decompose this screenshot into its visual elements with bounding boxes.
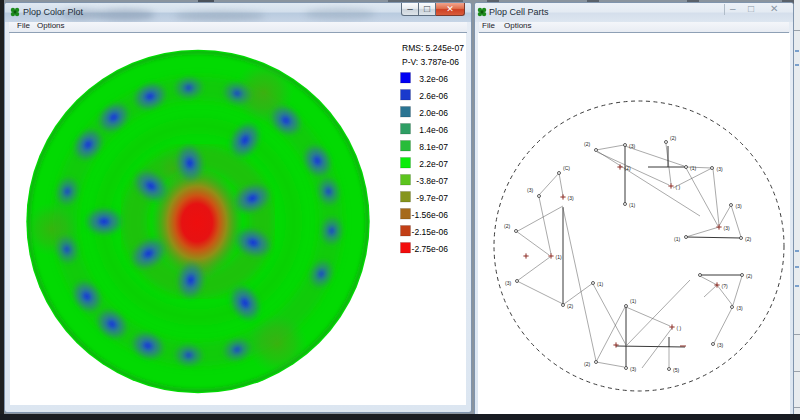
- svg-text:(2): (2): [567, 303, 573, 309]
- svg-text:(2): (2): [584, 361, 590, 367]
- svg-text:P-V: 3.787e-06: P-V: 3.787e-06: [402, 57, 459, 67]
- svg-text:(3): (3): [724, 225, 730, 231]
- svg-text:(3): (3): [568, 195, 574, 201]
- svg-text:(C): (C): [563, 165, 570, 171]
- svg-text:(3): (3): [737, 305, 743, 311]
- svg-text:(3): (3): [527, 187, 533, 193]
- svg-text:3.2e-06: 3.2e-06: [419, 74, 448, 84]
- svg-text:-2.15e-06: -2.15e-06: [412, 227, 449, 237]
- svg-text:8.1e-07: 8.1e-07: [419, 142, 448, 152]
- svg-text:(3): (3): [717, 166, 723, 172]
- svg-text:1.4e-06: 1.4e-06: [419, 125, 448, 135]
- svg-text:(1): (1): [690, 165, 696, 171]
- svg-text:-9.7e-07: -9.7e-07: [416, 193, 448, 203]
- svg-text:(1): (1): [630, 298, 636, 304]
- svg-text:RMS: 5.245e-07: RMS: 5.245e-07: [402, 43, 464, 53]
- svg-text:(3): (3): [630, 366, 636, 372]
- svg-text:(3): (3): [505, 280, 511, 286]
- svg-text:(3): (3): [736, 203, 742, 209]
- svg-text:2.0e-06: 2.0e-06: [419, 108, 448, 118]
- svg-text:2.2e-07: 2.2e-07: [419, 159, 448, 169]
- svg-text:-3.8e-07: -3.8e-07: [416, 176, 448, 186]
- svg-text:(3): (3): [629, 143, 635, 149]
- svg-text:(2): (2): [625, 165, 631, 171]
- svg-text:(5): (5): [673, 367, 679, 373]
- svg-text:(2): (2): [746, 273, 752, 279]
- svg-text:-1.56e-06: -1.56e-06: [412, 210, 449, 220]
- svg-text:(2): (2): [504, 223, 510, 229]
- svg-text:( ): ( ): [676, 184, 681, 190]
- svg-text:(1): (1): [674, 236, 680, 242]
- svg-text:(1): (1): [556, 254, 562, 260]
- svg-text:2.6e-06: 2.6e-06: [419, 91, 448, 101]
- svg-text:(2): (2): [745, 236, 751, 242]
- svg-text:( ): ( ): [677, 325, 682, 331]
- svg-text:(2): (2): [670, 135, 676, 141]
- svg-text:(1): (1): [629, 202, 635, 208]
- svg-text:(2): (2): [584, 141, 590, 147]
- svg-text:(1): (1): [597, 281, 603, 287]
- svg-text:(3): (3): [717, 342, 723, 348]
- svg-text:-2.75e-06: -2.75e-06: [412, 244, 449, 254]
- svg-text:(?): (?): [722, 283, 728, 289]
